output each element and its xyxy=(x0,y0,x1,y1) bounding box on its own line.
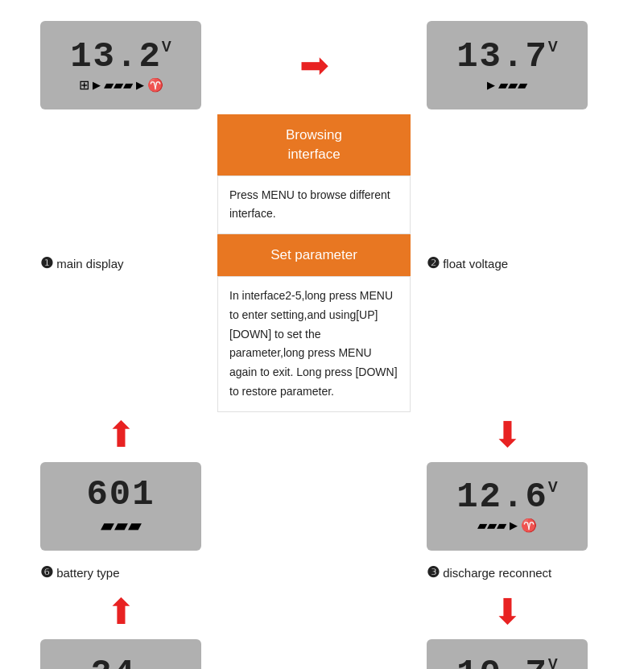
label-text-d6: battery type xyxy=(56,566,119,580)
label-battery-type: ❻ battery type xyxy=(40,564,201,581)
arrow-right-icon-small2: ▶ xyxy=(136,79,144,91)
cell-d3-label: ❸ discharge reconnect xyxy=(427,555,588,589)
set-parameter-title: Set parameter xyxy=(270,247,357,262)
cell-arrow-down-right: ⬇ xyxy=(493,412,522,457)
browsing-interface-block: Browsinginterface xyxy=(217,114,411,176)
arrow-right-icon: ➡ xyxy=(299,47,329,83)
lcd-discharge-stop: 10.7 V ▰▰▰ ♈ xyxy=(427,639,588,669)
label-discharge-reconnect: ❸ discharge reconnect xyxy=(427,564,588,581)
cell-d6-label: ❻ battery type xyxy=(40,555,201,589)
label-main-display: ❶ main display xyxy=(40,254,201,272)
lcd-unit-d2: V xyxy=(548,39,558,56)
lcd-discharge-reconnect: 12.6 V ▰▰▰ ▶ ♈ xyxy=(427,462,588,551)
label-text-d1: main display xyxy=(56,257,123,270)
label-text-d3: discharge reconnect xyxy=(443,566,551,580)
cell-arrow-left: ⬅ xyxy=(299,661,329,669)
lcd-main-display: 13.2 V ⊞ ▶ ▰▰▰ ▶ ♈ xyxy=(40,21,201,109)
cell-d1-label: ❶ main display xyxy=(40,246,201,280)
bulb-icon-d1: ♈ xyxy=(147,77,163,93)
battery-icon-d3: ▰▰▰ xyxy=(477,518,506,533)
cell-arrow-right: ➡ xyxy=(299,43,329,88)
browsing-body: Press MENU to browse different interface… xyxy=(217,176,411,235)
cell-d1-display: 13.2 V ⊞ ▶ ▰▰▰ ▶ ♈ xyxy=(40,16,201,114)
label-float-voltage: ❷ float voltage xyxy=(427,254,588,272)
lcd-unit-d3: V xyxy=(548,479,558,496)
lcd-icons-d1: ⊞ ▶ ▰▰▰ ▶ ♈ xyxy=(79,77,163,93)
set-parameter-description: In interface2-5,long press MENU to enter… xyxy=(229,289,398,398)
cell-d2-label: ❷ float voltage xyxy=(427,246,588,280)
battery-icon-d1: ▰▰▰ xyxy=(104,77,133,93)
lcd-value-d1: 13.2 xyxy=(70,39,162,74)
arrow-right-icon-d2: ▶ xyxy=(487,79,495,91)
layout-grid: 13.2 V ⊞ ▶ ▰▰▰ ▶ ♈ ➡ 13.7 V xyxy=(32,16,612,669)
cell-arrow-up-left: ⬆ xyxy=(106,412,136,457)
lcd-icons-d6: ▰▰▰ xyxy=(101,515,142,536)
browsing-title: Browsinginterface xyxy=(286,127,342,162)
lcd-icons-d3: ▰▰▰ ▶ ♈ xyxy=(477,518,537,533)
arrow-right-icon-d3: ▶ xyxy=(510,519,518,531)
lcd-unit-d4: V xyxy=(548,656,558,669)
set-parameter-block: Set parameter xyxy=(217,234,411,276)
battery-icon-d2: ▰▰▰ xyxy=(498,77,527,93)
solar-icon: ⊞ xyxy=(79,77,89,93)
lcd-work-mode: 24 H ▶ ♈ xyxy=(40,639,201,669)
cell-center-top: Browsinginterface Press MENU to browse d… xyxy=(217,114,411,412)
cell-arrow-up-d5: ⬆ xyxy=(106,589,136,634)
cell-arrow-down-d4: ⬇ xyxy=(493,589,522,634)
lcd-value-d6: 601 xyxy=(86,477,155,512)
label-num-d6: ❻ xyxy=(40,564,53,580)
label-text-d2: float voltage xyxy=(443,257,508,270)
lcd-value-d4: 10.7 xyxy=(456,656,548,669)
lcd-value-d2: 13.7 xyxy=(456,39,548,74)
lcd-float-voltage: 13.7 V ▶ ▰▰▰ xyxy=(427,21,588,109)
cell-d3-display: 12.6 V ▰▰▰ ▶ ♈ xyxy=(427,457,588,555)
cell-d5-display: 24 H ▶ ♈ xyxy=(40,634,201,669)
battery-icon-d6: ▰▰▰ xyxy=(101,515,142,536)
arrow-left-icon: ⬅ xyxy=(299,666,329,669)
label-num-d2: ❷ xyxy=(427,255,440,271)
lcd-unit-d1: V xyxy=(162,39,171,56)
arrow-up-icon-d5: ⬆ xyxy=(106,594,136,630)
label-num-d1: ❶ xyxy=(40,255,53,271)
main-container: 13.2 V ⊞ ▶ ▰▰▰ ▶ ♈ ➡ 13.7 V xyxy=(16,0,628,669)
label-num-d3: ❸ xyxy=(427,564,440,580)
cell-d6-display: 601 ▰▰▰ xyxy=(40,457,201,555)
browsing-description: Press MENU to browse different interface… xyxy=(229,188,390,221)
arrow-up-icon: ⬆ xyxy=(106,417,136,452)
lcd-icons-d2: ▶ ▰▰▰ xyxy=(487,77,527,93)
center-panel: Browsinginterface Press MENU to browse d… xyxy=(217,114,411,412)
arrow-right-icon-small: ▶ xyxy=(93,79,101,91)
arrow-down-icon-d4: ⬇ xyxy=(493,594,522,630)
arrow-down-icon-right: ⬇ xyxy=(493,417,522,452)
lcd-battery-type: 601 ▰▰▰ xyxy=(40,462,201,551)
cell-d4-display: 10.7 V ▰▰▰ ♈ xyxy=(427,634,588,669)
lcd-value-d5: 24 xyxy=(90,656,136,669)
bulb-icon-d3: ♈ xyxy=(521,518,537,533)
lcd-value-d3: 12.6 xyxy=(456,479,548,514)
cell-d2-display: 13.7 V ▶ ▰▰▰ xyxy=(427,16,588,114)
set-parameter-body: In interface2-5,long press MENU to enter… xyxy=(217,276,411,412)
